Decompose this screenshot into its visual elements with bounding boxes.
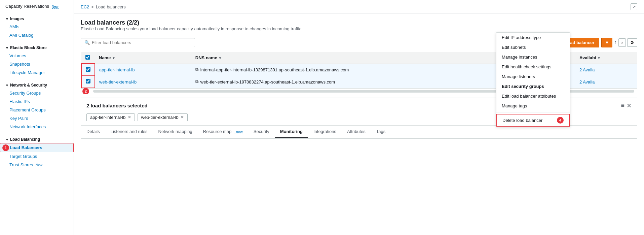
breadcrumb-current: Load balancers: [96, 4, 126, 9]
row1-dns-text: internal-app-tier-internal-lb-1329871301…: [200, 67, 349, 72]
filter-input[interactable]: [92, 40, 191, 45]
row1-name-link[interactable]: app-tier-internal-lb: [99, 67, 135, 72]
sidebar-item-placement-groups[interactable]: Placement Groups: [0, 106, 74, 114]
breadcrumb-separator: >: [91, 4, 94, 9]
table-header-checkbox: [81, 52, 95, 64]
sidebar-item-elastic-ips[interactable]: Elastic IPs: [0, 97, 74, 106]
sidebar: Capacity Reservations New ▼ Images AMIs …: [0, 0, 74, 235]
table-header-avail: Availabi ▼: [575, 52, 637, 64]
dropdown-edit-subnets[interactable]: Edit subnets: [496, 42, 570, 52]
copy-icon-2: ⧉: [195, 79, 198, 85]
tab-resource-map[interactable]: Resource map - new: [198, 126, 248, 138]
tag2-label: web-tier-external-lb: [141, 115, 179, 120]
pagination: 1 › ⚙: [614, 38, 637, 47]
sidebar-item-target-groups[interactable]: Target Groups: [0, 152, 74, 161]
external-link-icon[interactable]: ↗: [631, 3, 637, 10]
page-title: Load balancers (2/2): [81, 19, 303, 26]
step-badge-1: 1: [2, 144, 9, 151]
tab-integrations[interactable]: Integrations: [308, 126, 342, 138]
row2-dns-cell: ⧉ web-tier-external-lb-1978832274.ap-sou…: [191, 76, 532, 88]
sidebar-item-volumes[interactable]: Volumes: [0, 52, 74, 60]
sidebar-group-images[interactable]: ▼ Images: [0, 14, 74, 23]
dropdown-delete-lb[interactable]: Delete load balancer 4: [496, 114, 570, 127]
sidebar-item-lifecycle-manager[interactable]: Lifecycle Manager: [0, 68, 74, 77]
row2-dns-text: web-tier-external-lb-1978832274.ap-south…: [200, 79, 335, 85]
table-header-name: Name ▼: [95, 52, 191, 64]
capacity-new-badge: New: [52, 5, 59, 9]
main-content: EC2 > Load balancers ↗ Load balancers (2…: [74, 0, 644, 235]
delete-lb-label: Delete load balancer: [502, 118, 542, 123]
tab-network-mapping[interactable]: Network mapping: [153, 126, 198, 138]
tab-details[interactable]: Details: [81, 126, 105, 138]
resize-handle[interactable]: ≡: [621, 102, 624, 109]
page-subtitle: Elastic Load Balancing scales your load …: [81, 26, 303, 31]
sidebar-item-capacity-reservations[interactable]: Capacity Reservations New: [0, 2, 74, 10]
dropdown-edit-attrs[interactable]: Edit load balancer attributes: [496, 91, 570, 101]
gear-button[interactable]: ⚙: [627, 38, 637, 47]
trust-stores-new-badge: New: [36, 163, 42, 167]
dns-sort-icon: ▼: [218, 56, 222, 60]
avail-sort-icon: ▼: [597, 56, 601, 60]
tab-attributes[interactable]: Attributes: [342, 126, 371, 138]
dropdown-manage-listeners[interactable]: Manage listeners: [496, 72, 570, 81]
sidebar-item-amis[interactable]: AMIs: [0, 23, 74, 31]
row2-name-link[interactable]: web-tier-external-lb: [99, 79, 137, 85]
tag1-label: app-tier-internal-lb: [90, 115, 126, 120]
step-badge-2: 2: [82, 88, 89, 94]
tab-tags[interactable]: Tags: [371, 126, 391, 138]
dropdown-divider: [496, 112, 570, 112]
copy-icon: ⧉: [195, 67, 198, 72]
tab-security[interactable]: Security: [248, 126, 275, 138]
tag2-close-button[interactable]: ✕: [181, 115, 184, 120]
dropdown-manage-instances[interactable]: Manage instances: [496, 52, 570, 62]
filter-input-wrapper[interactable]: 🔍: [81, 38, 195, 47]
row1-name-cell: app-tier-internal-lb: [95, 64, 191, 76]
row2-name-cell: web-tier-external-lb: [95, 76, 191, 88]
row2-checkbox[interactable]: [86, 79, 90, 83]
row2-checkbox-cell: [81, 76, 95, 88]
sidebar-item-label: Capacity Reservations: [5, 4, 49, 9]
tabs-bar: Details Listeners and rules Network mapp…: [81, 125, 637, 138]
sidebar-item-ami-catalog[interactable]: AMI Catalog: [0, 31, 74, 39]
select-all-checkbox[interactable]: [85, 55, 90, 60]
sidebar-item-load-balancers[interactable]: 1 Load Balancers: [0, 143, 74, 152]
selected-tag-2: web-tier-external-lb ✕: [138, 113, 188, 121]
dropdown-edit-health[interactable]: Edit health check settings: [496, 62, 570, 72]
sidebar-item-key-pairs[interactable]: Key Pairs: [0, 114, 74, 123]
selected-count-text: 2 load balancers selected: [86, 103, 148, 108]
row1-dns-cell: ⧉ internal-app-tier-internal-lb-13298713…: [191, 64, 532, 76]
table-header-dns: DNS name ▼: [191, 52, 532, 64]
tag1-close-button[interactable]: ✕: [128, 115, 131, 120]
sidebar-group-ebs[interactable]: ▼ Elastic Block Store: [0, 43, 74, 52]
pagination-next-button[interactable]: ›: [618, 38, 626, 47]
content-area: Load balancers (2/2) Elastic Load Balanc…: [74, 14, 644, 235]
pagination-current: 1: [614, 40, 617, 45]
dropdown-manage-tags[interactable]: Manage tags: [496, 101, 570, 111]
sidebar-item-trust-stores[interactable]: Trust Stores New: [0, 161, 74, 169]
breadcrumb: EC2 > Load balancers ↗: [74, 0, 644, 14]
row1-checkbox[interactable]: [86, 67, 90, 72]
sidebar-item-snapshots[interactable]: Snapshots: [0, 60, 74, 68]
dropdown-edit-ip[interactable]: Edit IP address type: [496, 33, 570, 42]
sidebar-group-load-balancing[interactable]: ▼ Load Balancing: [0, 135, 74, 143]
breadcrumb-ec2-link[interactable]: EC2: [81, 4, 89, 9]
row2-avail-cell: 2 Availa: [575, 76, 637, 88]
sidebar-item-security-groups[interactable]: Security Groups: [0, 89, 74, 97]
tab-monitoring[interactable]: Monitoring: [275, 126, 308, 138]
tab-listeners-rules[interactable]: Listeners and rules: [105, 126, 153, 138]
create-dropdown-button[interactable]: ▼: [601, 38, 613, 47]
sidebar-group-network-security[interactable]: ▼ Network & Security: [0, 81, 74, 89]
resource-map-new-badge: - new: [234, 130, 243, 134]
search-icon: 🔍: [84, 40, 90, 45]
actions-dropdown-menu: Edit IP address type Edit subnets Manage…: [496, 32, 570, 127]
dropdown-edit-security-groups[interactable]: Edit security groups: [496, 81, 570, 91]
selected-tag-1: app-tier-internal-lb ✕: [86, 113, 135, 121]
step-badge-4: 4: [557, 117, 564, 124]
name-sort-icon: ▼: [112, 56, 115, 60]
row1-checkbox-cell: [81, 64, 95, 76]
row1-avail-cell: 2 Availa: [575, 64, 637, 76]
sidebar-item-network-interfaces[interactable]: Network Interfaces: [0, 123, 74, 131]
close-panel-button[interactable]: ✕: [627, 102, 632, 109]
